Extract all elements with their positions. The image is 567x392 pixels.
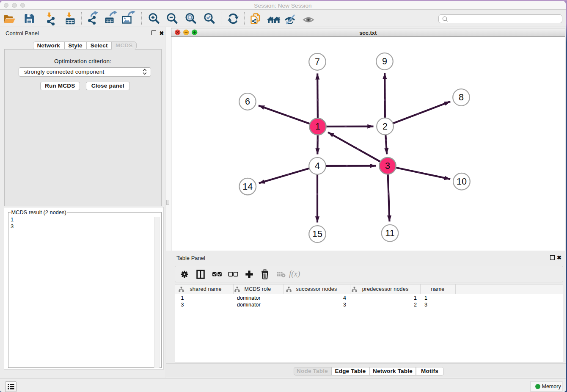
svg-text:4: 4	[315, 161, 320, 171]
svg-text:11: 11	[385, 228, 394, 238]
svg-text:15: 15	[312, 229, 322, 239]
svg-text:3: 3	[385, 161, 390, 171]
svg-text:6: 6	[245, 97, 250, 107]
svg-text:1: 1	[315, 121, 320, 132]
svg-text:2: 2	[383, 121, 388, 132]
svg-text:9: 9	[382, 56, 387, 66]
svg-text:10: 10	[457, 177, 467, 187]
svg-text:8: 8	[459, 92, 464, 102]
svg-text:7: 7	[315, 57, 320, 67]
svg-text:14: 14	[242, 182, 253, 192]
